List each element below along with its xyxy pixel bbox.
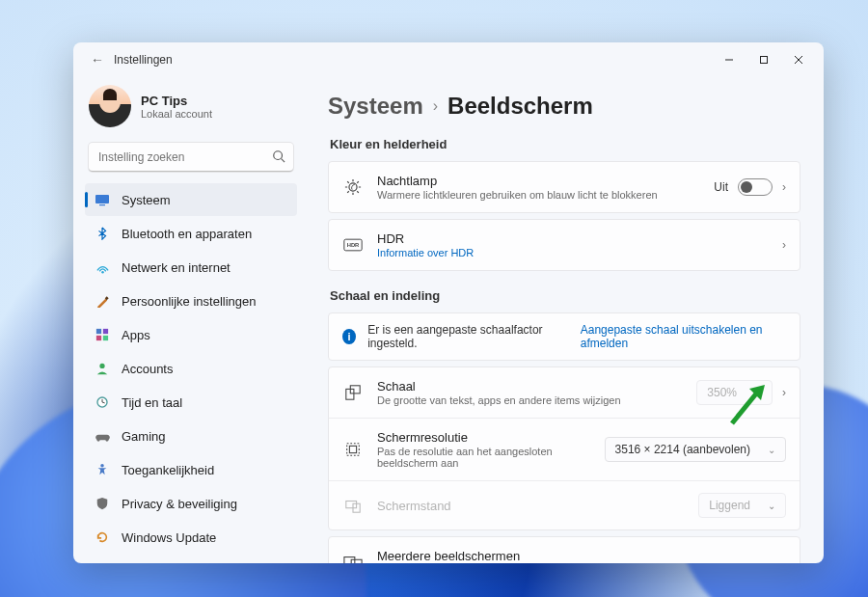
gaming-icon [95,428,110,444]
sidebar-item-system[interactable]: Systeem [85,183,297,216]
resolution-title: Schermresolutie [377,430,591,445]
svg-point-19 [100,464,104,468]
breadcrumb: Systeem › Beeldscherm [328,93,800,120]
sidebar-item-label: Toegankelijkheid [122,463,214,477]
svg-rect-12 [96,336,101,340]
accounts-icon [95,361,110,376]
svg-rect-36 [349,446,356,452]
avatar [89,85,131,127]
profile-block[interactable]: PC Tips Lokaal account [85,77,297,141]
time-icon [95,394,110,410]
titlebar: ← Instellingen [73,42,824,77]
maximize-button[interactable] [746,46,781,73]
sidebar: PC Tips Lokaal account Systeem Bluetooth… [73,77,305,563]
svg-rect-13 [103,336,108,340]
window-title: Instellingen [114,53,173,67]
sidebar-item-label: Windows Update [122,530,216,545]
nav-list: Systeem Bluetooth en apparaten Netwerk e… [85,183,297,554]
chevron-down-icon: ⌄ [754,388,762,398]
sidebar-item-update[interactable]: Windows Update [85,521,297,554]
svg-point-14 [99,364,104,368]
svg-rect-6 [95,195,109,204]
nightlight-state: Uit [714,180,728,194]
custom-scale-info: i Er is een aangepaste schaalfactor inge… [328,312,800,361]
sidebar-item-privacy[interactable]: Privacy & beveiliging [85,487,297,520]
sidebar-item-accounts[interactable]: Accounts [85,352,297,385]
svg-line-5 [282,159,285,163]
sidebar-item-label: Accounts [122,362,173,376]
chevron-right-icon: › [433,97,438,115]
nightlight-title: Nachtlamp [377,174,700,188]
orientation-icon [342,497,364,514]
svg-rect-37 [346,502,357,508]
svg-point-8 [101,270,103,272]
close-button[interactable] [781,46,816,73]
hdr-card[interactable]: HDR HDR Informatie over HDR › [328,219,800,271]
nightlight-card[interactable]: Nachtlamp Warmere lichtkleuren gebruiken… [328,161,800,213]
sidebar-item-network[interactable]: Netwerk en internet [85,251,297,284]
chevron-down-icon: ⌄ [768,445,775,455]
back-button[interactable]: ← [87,52,108,68]
disable-custom-scale-link[interactable]: Aangepaste schaal uitschakelen en afmeld… [581,323,786,350]
system-icon [95,192,110,207]
svg-text:HDR: HDR [347,243,360,249]
sidebar-item-label: Persoonlijke instellingen [122,294,256,309]
nightlight-icon [342,178,364,196]
minimize-button[interactable] [712,46,746,73]
scale-select[interactable]: 350% ⌄ [696,380,773,405]
svg-line-25 [347,181,349,183]
sidebar-item-accessibility[interactable]: Toegankelijkheid [85,453,297,486]
orientation-row: Schermstand Liggend ⌄ [329,480,800,529]
bluetooth-icon [95,226,110,241]
resolution-select[interactable]: 3516 × 2214 (aanbevolen) ⌄ [605,437,786,462]
update-icon [95,529,110,545]
orientation-value: Liggend [709,499,750,512]
apps-icon [95,327,110,342]
network-icon [95,259,110,275]
sidebar-item-personalization[interactable]: Persoonlijke instellingen [85,285,297,317]
nightlight-toggle[interactable] [738,178,773,196]
search-icon [272,149,285,167]
chevron-down-icon: ⌄ [768,501,775,511]
sidebar-item-label: Gaming [122,429,166,444]
svg-rect-7 [99,204,105,205]
section-brightness-header: Kleur en helderheid [330,137,800,151]
orientation-title: Schermstand [377,499,685,513]
chevron-right-icon: › [782,180,786,194]
section-scale-header: Schaal en indeling [330,288,800,303]
info-text: Er is een aangepaste schaalfactor ingest… [367,323,569,350]
main-content: Systeem › Beeldscherm Kleur en helderhei… [305,77,824,563]
sidebar-item-time[interactable]: Tijd en taal [85,386,297,419]
svg-rect-40 [351,559,362,563]
svg-rect-11 [103,329,108,334]
svg-point-20 [349,183,357,191]
scale-row[interactable]: Schaal De grootte van tekst, apps en and… [329,367,800,418]
multiple-displays-icon [342,555,364,563]
privacy-icon [95,496,110,511]
breadcrumb-parent[interactable]: Systeem [328,93,423,120]
chevron-right-icon: › [782,238,786,252]
nightlight-subtitle: Warmere lichtkleuren gebruiken om blauw … [377,189,700,201]
breadcrumb-current: Beeldscherm [448,93,593,120]
svg-point-4 [274,151,283,160]
sidebar-item-label: Bluetooth en apparaten [122,227,252,241]
chevron-right-icon: › [782,386,786,399]
resolution-icon [342,441,364,458]
sidebar-item-gaming[interactable]: Gaming [85,420,297,452]
hdr-title: HDR [377,231,769,246]
resolution-subtitle: Pas de resolutie aan het aangesloten bee… [377,446,591,469]
sidebar-item-label: Privacy & beveiliging [122,497,237,511]
svg-rect-35 [347,444,360,456]
search-input[interactable] [89,143,293,172]
scale-subtitle: De grootte van tekst, apps en andere ite… [377,394,683,406]
multiple-displays-card[interactable]: Meerdere beeldschermen Kies de presentat… [328,536,800,563]
hdr-link[interactable]: Informatie over HDR [377,247,769,258]
sidebar-item-apps[interactable]: Apps [85,318,297,351]
settings-window: ← Instellingen PC Tips Lokaal account [73,42,824,563]
sidebar-item-bluetooth[interactable]: Bluetooth en apparaten [85,217,297,250]
multi-title: Meerdere beeldschermen [377,549,786,563]
sidebar-item-label: Netwerk en internet [122,260,231,275]
sidebar-item-label: Apps [122,328,150,342]
resolution-row[interactable]: Schermresolutie Pas de resolutie aan het… [329,418,800,480]
svg-line-27 [347,191,349,193]
